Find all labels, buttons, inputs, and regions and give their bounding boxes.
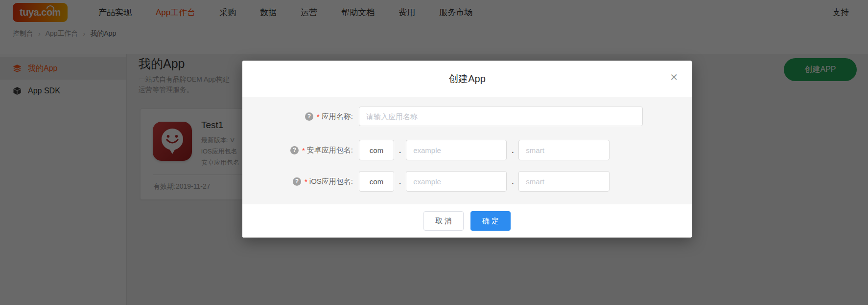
create-app-modal: 创建App ✕ ? * 应用名称: ? * 安卓应用包名: . — [242, 61, 692, 238]
app-name-label: 应用名称: — [322, 112, 353, 121]
app-name-input[interactable] — [359, 107, 643, 126]
android-package-segment3-input[interactable] — [518, 140, 610, 160]
confirm-button[interactable]: 确 定 — [470, 211, 511, 231]
ios-package-segment3-input[interactable] — [518, 171, 610, 192]
ios-package-label-group: ? * iOS应用包名: — [242, 177, 359, 186]
modal-header: 创建App ✕ — [242, 61, 692, 97]
modal-body: ? * 应用名称: ? * 安卓应用包名: . . — [242, 97, 692, 204]
modal-title: 创建App — [448, 72, 486, 86]
close-icon[interactable]: ✕ — [670, 72, 678, 82]
app-name-label-group: ? * 应用名称: — [242, 112, 359, 121]
form-row-ios-package: ? * iOS应用包名: . . — [242, 171, 610, 192]
ios-package-segment2-input[interactable] — [406, 171, 507, 192]
help-icon[interactable]: ? — [305, 112, 313, 121]
android-package-segment1-input[interactable] — [359, 140, 394, 160]
required-asterisk: * — [305, 177, 307, 186]
form-row-android-package: ? * 安卓应用包名: . . — [242, 140, 610, 160]
package-dot-separator: . — [399, 177, 401, 186]
package-dot-separator: . — [399, 146, 401, 154]
android-package-segment2-input[interactable] — [406, 140, 507, 160]
page: tuya.com 产品实现 App工作台 采购 数据 运营 帮助文档 费用 服务… — [0, 0, 868, 305]
ios-package-segment1-input[interactable] — [359, 171, 394, 192]
modal-footer: 取 消 确 定 — [242, 204, 692, 238]
package-dot-separator: . — [512, 177, 514, 186]
cancel-button[interactable]: 取 消 — [423, 211, 464, 231]
required-asterisk: * — [302, 146, 305, 154]
help-icon[interactable]: ? — [290, 146, 299, 154]
form-row-app-name: ? * 应用名称: — [242, 107, 643, 126]
ios-package-label: iOS应用包名: — [309, 177, 353, 186]
android-package-label-group: ? * 安卓应用包名: — [242, 146, 359, 155]
android-package-label: 安卓应用包名: — [307, 146, 353, 155]
help-icon[interactable]: ? — [293, 177, 301, 186]
package-dot-separator: . — [512, 146, 514, 154]
required-asterisk: * — [317, 112, 320, 121]
